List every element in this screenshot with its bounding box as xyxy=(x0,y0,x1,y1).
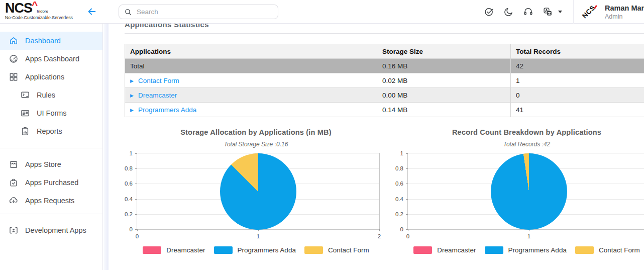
y-axis-tick-label: 0.6 xyxy=(395,181,403,187)
storage-size-cell: 0.02 MB xyxy=(377,73,511,88)
sidebar-item-label: Apps Purchased xyxy=(25,178,78,187)
application-link[interactable]: ▶Programmers Adda xyxy=(130,106,196,114)
applications-statistics-table: ApplicationsStorage SizeTotal Records To… xyxy=(125,44,644,117)
task-check-icon[interactable] xyxy=(484,7,494,17)
application-link[interactable]: ▶Dreamcaster xyxy=(130,92,177,99)
sidebar-item-dashboard[interactable]: Dashboard xyxy=(0,32,102,50)
x-axis-tick-mark xyxy=(137,229,138,231)
x-axis-tick-label: 1 xyxy=(527,233,530,239)
y-axis-tick-label: 0 xyxy=(400,226,403,232)
sidebar-item-label: Reports xyxy=(37,127,62,135)
sidebar-item-development-apps[interactable]: Development Apps xyxy=(0,221,102,239)
x-axis-tick-mark xyxy=(529,229,529,231)
sidebar-item-apps-requests[interactable]: Apps Requests xyxy=(0,192,102,210)
application-name-cell[interactable]: ▶Contact Form xyxy=(125,73,377,88)
y-axis-tick-label: 1 xyxy=(130,150,133,156)
brand-caret: ^ xyxy=(32,0,38,10)
legend-label: Dreamcaster xyxy=(437,246,476,254)
y-axis-tick-label: 0.4 xyxy=(125,196,133,202)
y-axis-tick-label: 0.6 xyxy=(125,181,133,187)
moon-icon[interactable] xyxy=(503,7,514,17)
sidebar-item-apps-store[interactable]: Apps Store xyxy=(0,155,102,173)
y-axis-tick-mark xyxy=(406,168,408,169)
legend-item-programmers-adda[interactable]: Programmers Adda xyxy=(214,246,296,254)
page-title: Applications Statistics xyxy=(125,24,644,29)
search-bar[interactable] xyxy=(119,5,278,19)
legend-item-dreamcaster[interactable]: Dreamcaster xyxy=(143,246,205,254)
y-axis-tick-mark xyxy=(135,184,137,184)
table-row: Total0.16 MB42 xyxy=(125,59,644,73)
sidebar-item-apps-dashboard[interactable]: Apps Dashboard xyxy=(0,50,102,68)
sidebar-item-reports[interactable]: Reports xyxy=(0,122,102,140)
y-axis-tick-label: 0.2 xyxy=(125,211,133,217)
form-icon xyxy=(20,108,30,118)
sidebar-divider xyxy=(0,214,102,214)
y-axis-tick-mark xyxy=(406,214,408,215)
y-axis-tick-mark xyxy=(406,184,408,184)
sidebar-item-rules[interactable]: Rules xyxy=(0,86,102,104)
avatar-red-tick xyxy=(594,5,597,9)
application-link[interactable]: ▶Contact Form xyxy=(130,77,179,84)
chart-legend: DreamcasterProgrammers AddaContact Form xyxy=(125,246,387,254)
x-axis-tick-label: 1 xyxy=(257,233,260,239)
legend-swatch xyxy=(485,246,503,254)
language-dropdown-caret-icon[interactable] xyxy=(558,11,562,13)
row-expander-icon[interactable]: ▶ xyxy=(130,93,134,98)
legend-item-dreamcaster[interactable]: Dreamcaster xyxy=(413,246,476,254)
y-axis-tick-label: 0.2 xyxy=(395,211,403,217)
sidebar-item-ui-forms[interactable]: UI Forms xyxy=(0,104,102,122)
x-axis-tick-mark xyxy=(258,229,259,231)
user-profile[interactable]: NCS Raman Man Admin xyxy=(579,0,644,24)
sidebar-divider xyxy=(0,148,102,148)
legend-item-programmers-adda[interactable]: Programmers Adda xyxy=(485,246,567,254)
avatar-logo-text: NCS xyxy=(581,4,597,20)
sidebar: DashboardApps DashboardApplicationsRules… xyxy=(0,24,103,270)
user-name: Raman Man xyxy=(605,4,644,12)
storage-size-cell: 0.16 MB xyxy=(377,59,511,73)
chart-plot-area: 10.80.60.40.20012 xyxy=(137,153,380,230)
application-name: Programmers Adda xyxy=(138,106,196,114)
store-icon xyxy=(9,159,19,169)
row-expander-icon[interactable]: ▶ xyxy=(130,78,134,83)
y-axis-tick-mark xyxy=(135,153,137,154)
y-axis-tick-label: 1 xyxy=(400,150,403,156)
table-row: ▶Contact Form0.02 MB1 xyxy=(125,73,644,88)
application-name-cell[interactable]: ▶Programmers Adda xyxy=(125,103,377,117)
x-axis-tick-label: 0 xyxy=(406,233,409,239)
search-input[interactable] xyxy=(137,8,273,16)
top-bar: NCS ^ Indore No-Code.Customizable.Server… xyxy=(0,0,644,24)
sidebar-item-apps-purchased[interactable]: Apps Purchased xyxy=(0,173,102,192)
application-name-cell[interactable]: ▶Dreamcaster xyxy=(125,88,377,103)
total-records-cell: 0 xyxy=(511,88,644,103)
y-axis-tick-mark xyxy=(406,153,408,154)
legend-item-contact-form[interactable]: Contact Form xyxy=(304,246,369,254)
brand-tagline: No-Code.Customizable.Serverless xyxy=(5,16,85,20)
sidebar-collapse-arrow-left-icon[interactable] xyxy=(86,6,98,18)
search-icon xyxy=(124,8,132,16)
column-header-applications: Applications xyxy=(125,44,377,59)
y-axis-tick-mark xyxy=(135,199,137,200)
table-row: ▶Dreamcaster0.00 MB0 xyxy=(125,88,644,103)
x-axis-tick-mark xyxy=(379,229,380,231)
sidebar-item-applications[interactable]: Applications xyxy=(0,68,102,86)
total-records-cell: 42 xyxy=(511,59,644,73)
grid-icon xyxy=(9,72,19,82)
sidebar-item-label: Apps Store xyxy=(25,160,61,168)
headset-icon[interactable] xyxy=(523,7,533,17)
chart-subtitle: Total Records :42 xyxy=(395,141,644,148)
bag-check-icon xyxy=(9,177,19,188)
translate-icon[interactable] xyxy=(543,7,553,17)
sidebar-main-gutter xyxy=(103,24,109,270)
section-divider xyxy=(125,33,644,34)
legend-swatch xyxy=(143,246,161,254)
legend-label: Contact Form xyxy=(599,246,640,254)
dev-apps-icon xyxy=(9,225,19,235)
chart-legend: DreamcasterProgrammers AddaContact Form xyxy=(395,246,644,254)
sidebar-item-label: Rules xyxy=(37,91,55,99)
sidebar-item-label: Development Apps xyxy=(25,226,86,234)
legend-item-contact-form[interactable]: Contact Form xyxy=(575,246,640,254)
row-expander-icon[interactable]: ▶ xyxy=(130,108,134,113)
y-axis-tick-label: 0.4 xyxy=(395,196,403,202)
avatar[interactable]: NCS xyxy=(579,3,599,21)
rules-icon xyxy=(20,90,30,100)
